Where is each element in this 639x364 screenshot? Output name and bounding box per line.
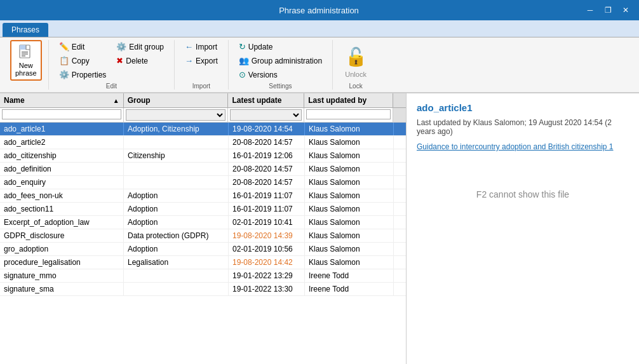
table-row[interactable]: gro_adoption Adoption 02-01-2019 10:56 K… [0, 243, 406, 256]
properties-button[interactable]: ⚙️ Properties [55, 68, 111, 81]
table-row[interactable]: procedure_legalisation Legalisation 19-0… [0, 256, 406, 269]
cell-group [124, 163, 229, 175]
tab-phrases[interactable]: Phrases [3, 23, 48, 37]
cell-group: Adoption [124, 216, 229, 229]
cell-group [124, 269, 229, 282]
restore-button[interactable]: ❐ [600, 2, 616, 18]
filter-group-select[interactable] [126, 109, 226, 121]
cell-user: Klaus Salomon [305, 229, 394, 242]
ribbon-group-edit: ✏️ Edit 📋 Copy ⚙️ Properties ⚙️ Edit gro… [49, 40, 175, 90]
unlock-icon: 🔓 [342, 43, 370, 71]
group-admin-label: Group administration [252, 57, 322, 65]
update-button[interactable]: ↻ Update [235, 40, 326, 53]
delete-button[interactable]: ✖ Delete [112, 54, 168, 67]
cell-user: Klaus Salomon [305, 189, 394, 202]
detail-meta: Last updated by Klaus Salomon; 19 August… [417, 118, 629, 136]
ribbon-group-import: ← Import → Export Import [175, 40, 229, 90]
cell-name: signature_mmo [0, 269, 124, 282]
table-row[interactable]: ado_article2 20-08-2020 14:57 Klaus Salo… [0, 136, 406, 149]
filter-name-cell [0, 108, 124, 122]
cell-name: ado_citizenship [0, 149, 124, 162]
edit-group-button[interactable]: ⚙️ Edit group [112, 40, 168, 53]
minimize-button[interactable]: ─ [582, 2, 598, 18]
new-phrase-button[interactable]: New phrase [10, 40, 42, 81]
cell-group: Adoption, Citizenship [124, 123, 229, 135]
ribbon-group-edit-items: ✏️ Edit 📋 Copy ⚙️ Properties ⚙️ Edit gro… [55, 40, 168, 81]
filter-user-cell [304, 108, 393, 122]
properties-label: Properties [72, 71, 107, 79]
cell-name: ado_definition [0, 163, 124, 175]
export-label: Export [196, 57, 218, 65]
copy-button[interactable]: 📋 Copy [55, 54, 111, 67]
cell-group: Data protection (GDPR) [124, 229, 229, 242]
col-header-date[interactable]: Latest update [228, 93, 304, 107]
cell-date: 02-01-2019 10:41 [229, 216, 305, 229]
cell-date: 16-01-2019 11:07 [229, 189, 305, 202]
group-administration-button[interactable]: 👥 Group administration [235, 54, 326, 67]
table-row[interactable]: ado_section11 Adoption 16-01-2019 11:07 … [0, 203, 406, 216]
filter-date-select[interactable] [230, 109, 302, 121]
cell-user: Klaus Salomon [305, 176, 394, 189]
ribbon-group-lock: 🔓 Unlock Lock [333, 40, 379, 90]
table-row[interactable]: Excerpt_of_adoption_law Adoption 02-01-2… [0, 216, 406, 229]
filter-user-input[interactable] [306, 109, 391, 119]
cell-user: Klaus Salomon [305, 216, 394, 229]
col-header-name[interactable]: Name ▲ [0, 93, 124, 107]
table-row[interactable]: ado_definition 20-08-2020 14:57 Klaus Sa… [0, 163, 406, 176]
window-controls: ─ ❐ ✕ [582, 2, 634, 18]
filter-group-cell [124, 108, 229, 122]
cell-date: 19-08-2020 14:42 [229, 256, 305, 269]
delete-label: Delete [126, 57, 148, 65]
edit-left-btns: ✏️ Edit 📋 Copy ⚙️ Properties [55, 40, 111, 81]
filter-name-input[interactable] [2, 109, 121, 119]
table-row[interactable]: ado_enquiry 20-08-2020 14:57 Klaus Salom… [0, 176, 406, 189]
import-icon: ← [185, 42, 193, 51]
table-pane: Name ▲ Group Latest update Last updated … [0, 93, 407, 364]
table-row[interactable]: ado_citizenship Citizenship 16-01-2019 1… [0, 149, 406, 163]
cell-user: Ireene Todd [305, 269, 394, 282]
table-row[interactable]: ado_article1 Adoption, Citizenship 19-08… [0, 123, 406, 136]
copy-icon: 📋 [59, 56, 69, 65]
new-phrase-icon [17, 44, 35, 62]
cell-user: Klaus Salomon [305, 136, 394, 149]
table-row[interactable]: signature_sma 19-01-2022 13:30 Ireene To… [0, 283, 406, 296]
edit-button[interactable]: ✏️ Edit [55, 40, 111, 53]
cell-date: 20-08-2020 14:57 [229, 163, 305, 175]
update-icon: ↻ [239, 42, 246, 51]
table-row[interactable]: signature_mmo 19-01-2022 13:29 Ireene To… [0, 269, 406, 283]
sort-arrow-name: ▲ [113, 97, 119, 104]
export-button[interactable]: → Export [181, 54, 222, 67]
cell-group: Adoption [124, 189, 229, 202]
cell-group: Legalisation [124, 256, 229, 269]
detail-link[interactable]: Guidance to intercountry adoption and Br… [417, 142, 629, 151]
cell-name: GDPR_disclosure [0, 229, 124, 242]
ribbon: New phrase ✏️ Edit 📋 Copy ⚙️ Properties [0, 37, 639, 93]
import-button[interactable]: ← Import [181, 40, 222, 53]
versions-button[interactable]: ⊙ Versions [235, 68, 326, 81]
edit-group-label: Edit group [129, 43, 164, 51]
tab-bar: Phrases [0, 20, 639, 37]
import-group-label: Import [192, 81, 210, 90]
cell-date: 02-01-2019 10:56 [229, 243, 305, 255]
ribbon-group-import-items: ← Import → Export [181, 40, 222, 67]
new-phrase-label: New phrase [15, 62, 37, 77]
ribbon-group-lock-items: 🔓 Unlock [339, 40, 372, 81]
table-row[interactable]: ado_fees_non-uk Adoption 16-01-2019 11:0… [0, 189, 406, 203]
cell-name: signature_sma [0, 283, 124, 295]
cell-date: 19-01-2022 13:29 [229, 269, 305, 282]
group-admin-icon: 👥 [239, 56, 249, 65]
update-label: Update [248, 43, 273, 51]
col-header-user[interactable]: Last updated by [304, 93, 393, 107]
cell-user: Klaus Salomon [305, 149, 394, 162]
table-row[interactable]: GDPR_disclosure Data protection (GDPR) 1… [0, 229, 406, 243]
cell-date: 19-08-2020 14:54 [229, 123, 305, 135]
cell-user: Klaus Salomon [305, 123, 394, 135]
versions-icon: ⊙ [239, 70, 246, 79]
cell-name: Excerpt_of_adoption_law [0, 216, 124, 229]
filter-date-cell [228, 108, 304, 122]
delete-icon: ✖ [116, 56, 123, 65]
filter-row [0, 108, 406, 123]
col-header-group[interactable]: Group [124, 93, 229, 107]
cell-user: Klaus Salomon [305, 256, 394, 269]
close-button[interactable]: ✕ [617, 2, 634, 18]
